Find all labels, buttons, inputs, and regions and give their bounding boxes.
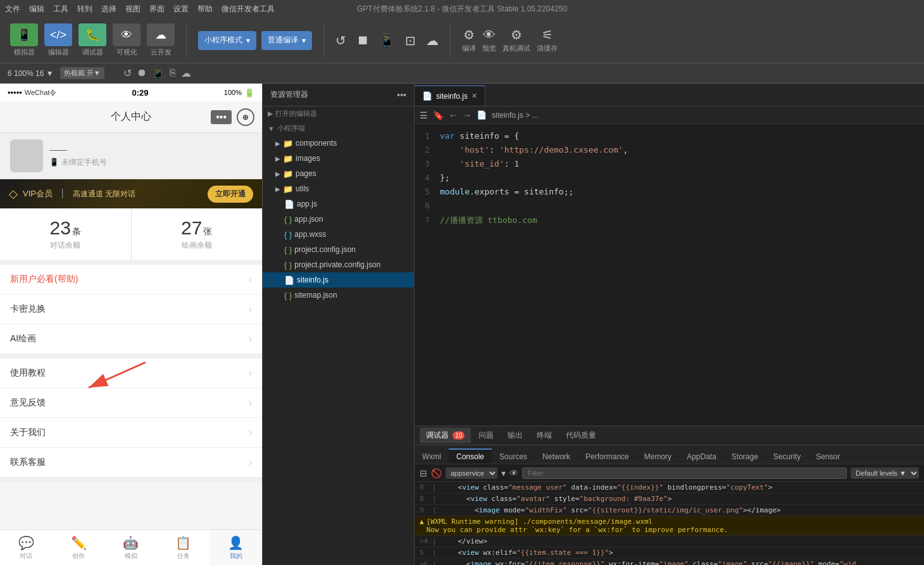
nav-dialog[interactable]: 💬 对话 xyxy=(0,530,53,565)
line-num-c4: >4 xyxy=(420,537,430,545)
cloud2-icon[interactable]: ☁ xyxy=(181,67,191,79)
tree-item-appwxss[interactable]: { } app.wxss xyxy=(263,227,414,242)
copy-icon[interactable]: ⎘ xyxy=(170,67,176,79)
preview-action[interactable]: 👁 预览 xyxy=(482,28,496,53)
forward-icon[interactable]: → xyxy=(463,110,471,120)
compile-action[interactable]: ⚙ 编译 xyxy=(462,27,476,53)
back-icon[interactable]: ← xyxy=(449,110,458,120)
list-icon[interactable]: ☰ xyxy=(420,110,428,120)
toolbar-sep1 xyxy=(186,25,187,56)
ctab-memory[interactable]: Memory xyxy=(637,450,679,464)
menu-item-aipaint[interactable]: AI绘画 › xyxy=(0,324,262,353)
tree-item-projectprivate[interactable]: { } project.private.config.json xyxy=(263,257,414,272)
console-filter-input[interactable] xyxy=(522,467,847,479)
zoom-info[interactable]: 6 100% 16 ▼ xyxy=(8,69,54,78)
tree-item-images[interactable]: ▶ 📁 images xyxy=(263,151,414,166)
menu-interface[interactable]: 界面 xyxy=(149,4,165,15)
cloud-tool[interactable]: ☁ 云开发 xyxy=(147,23,175,57)
nav-task[interactable]: 📋 任务 xyxy=(157,530,209,565)
stop-tool[interactable]: ⏹ xyxy=(356,33,369,48)
vip-diamond-icon: ◇ xyxy=(9,187,18,201)
console-collapse-icon[interactable]: ⊟ xyxy=(420,468,427,478)
tab-debugger[interactable]: 调试器 10 xyxy=(420,428,471,443)
nav-create[interactable]: ✏️ 创作 xyxy=(53,530,105,565)
hotkey-btn[interactable]: 热截截 开▼ xyxy=(60,67,104,79)
tab-issues[interactable]: 问题 xyxy=(472,428,500,443)
debugger-tool[interactable]: 🐛 调试器 xyxy=(78,23,106,57)
phone-header-title: 个人中心 xyxy=(111,110,151,124)
menu-edit[interactable]: 编辑 xyxy=(29,4,44,15)
mode-dropdown[interactable]: 小程序模式 ▾ xyxy=(198,31,256,50)
open-editors-section[interactable]: ▶ 打开的编辑器 xyxy=(263,106,414,121)
simulator-tool[interactable]: 📱 模拟器 xyxy=(10,23,38,57)
editor-tab-siteinfo[interactable]: 📄 siteinfo.js ✕ xyxy=(415,86,485,106)
share-tool[interactable]: ⊡ xyxy=(405,33,416,48)
ctab-appdata[interactable]: AppData xyxy=(679,450,724,464)
tree-item-utils[interactable]: ▶ 📁 utils xyxy=(263,181,414,196)
console-source-select[interactable]: appservice xyxy=(446,467,497,479)
menu-view[interactable]: 视图 xyxy=(125,4,140,15)
clear-action[interactable]: ⚟ 清缓存 xyxy=(537,27,558,53)
tree-item-appjson[interactable]: { } app.json xyxy=(263,212,414,227)
menu-tools[interactable]: 工具 xyxy=(53,4,68,15)
ctab-console[interactable]: Console xyxy=(449,448,492,464)
console-eye-icon[interactable]: 👁 xyxy=(509,468,518,478)
menu-item-redeem[interactable]: 卡密兑换 › xyxy=(0,295,262,324)
refresh-icon[interactable]: ↺ xyxy=(123,67,132,79)
line-num-c2: 8 xyxy=(420,495,430,503)
vip-open-btn[interactable]: 立即开通 xyxy=(208,186,253,203)
menu-settings[interactable]: 设置 xyxy=(173,4,189,15)
more-icon[interactable]: ••• xyxy=(397,90,406,100)
line-num-6: 6 xyxy=(415,199,440,213)
menu-item-help[interactable]: 新用户必看(帮助) › xyxy=(0,265,262,295)
dots-btn[interactable]: ••• xyxy=(211,110,232,124)
phone-tool[interactable]: 📱 xyxy=(379,33,395,48)
bookmark-icon[interactable]: 🔖 xyxy=(433,110,444,120)
ctab-performance[interactable]: Performance xyxy=(578,450,637,464)
tab-code-quality[interactable]: 代码质量 xyxy=(559,428,602,443)
ctab-sources[interactable]: Sources xyxy=(492,450,535,464)
menu-item-tutorial[interactable]: 使用教程 › xyxy=(0,359,262,388)
console-levels-select[interactable]: Default levels ▼ xyxy=(851,467,919,479)
menu-item-service[interactable]: 联系客服 › xyxy=(0,448,262,477)
tab-terminal[interactable]: 终端 xyxy=(530,428,558,443)
editor-tool[interactable]: </> 编辑器 xyxy=(44,23,72,57)
nav-simulate[interactable]: 🤖 模拟 xyxy=(105,530,158,565)
nav-mine[interactable]: 👤 我的 xyxy=(209,530,262,565)
ctab-wxml[interactable]: Wxml xyxy=(415,450,449,464)
record-icon[interactable]: ⏺ xyxy=(137,67,147,79)
tree-item-pages[interactable]: ▶ 📁 pages xyxy=(263,166,414,181)
compile-dropdown[interactable]: 普通编译 ▾ xyxy=(261,31,312,50)
console-line-warning: ▲ [WXML Runtime warning] ./components/me… xyxy=(415,516,924,536)
nav-task-label: 任务 xyxy=(177,552,190,561)
ctab-storage[interactable]: Storage xyxy=(724,450,766,464)
tab-output[interactable]: 输出 xyxy=(501,428,529,443)
console-text-2: <view class="avatar" style="background: … xyxy=(441,495,671,503)
menu-file[interactable]: 文件 xyxy=(5,4,20,15)
phone2-icon[interactable]: 📱 xyxy=(152,67,165,79)
tree-item-siteinfo[interactable]: 📄 siteinfo.js xyxy=(263,272,414,288)
tree-item-projectconfig[interactable]: { } project.config.json xyxy=(263,242,414,257)
console-settings-icon[interactable]: ▾ xyxy=(501,468,506,478)
ctab-network[interactable]: Network xyxy=(535,450,578,464)
tab-close-btn[interactable]: ✕ xyxy=(471,92,477,100)
real-debug-action[interactable]: ⚙ 真机调试 xyxy=(503,27,530,53)
menu-wechat[interactable]: 微信开发者工具 xyxy=(222,4,275,15)
menu-goto[interactable]: 转到 xyxy=(77,4,92,15)
tree-item-components[interactable]: ▶ 📁 components xyxy=(263,136,414,151)
circle-btn[interactable]: ⊕ xyxy=(237,108,254,126)
ctab-sensor[interactable]: Sensor xyxy=(808,450,847,464)
cloud-tool2[interactable]: ☁ xyxy=(426,33,439,48)
console-clear-icon[interactable]: 🚫 xyxy=(431,468,442,478)
tree-item-sitemap[interactable]: { } sitemap.json xyxy=(263,288,414,303)
tree-item-appjs[interactable]: 📄 app.js xyxy=(263,196,414,212)
ctab-security[interactable]: Security xyxy=(766,450,808,464)
console-tab-list: Wxml Console Sources Network Performance… xyxy=(415,448,847,464)
menu-item-about[interactable]: 关于我们 › xyxy=(0,418,262,448)
visualize-tool[interactable]: 👁 可视化 xyxy=(113,23,140,57)
refresh-tool[interactable]: ↺ xyxy=(335,33,346,48)
menu-select[interactable]: 选择 xyxy=(101,4,116,15)
menu-item-feedback[interactable]: 意见反馈 › xyxy=(0,388,262,418)
menu-help[interactable]: 帮助 xyxy=(197,4,213,15)
miniprogram-section[interactable]: ▼ 小程序端 xyxy=(263,121,414,136)
